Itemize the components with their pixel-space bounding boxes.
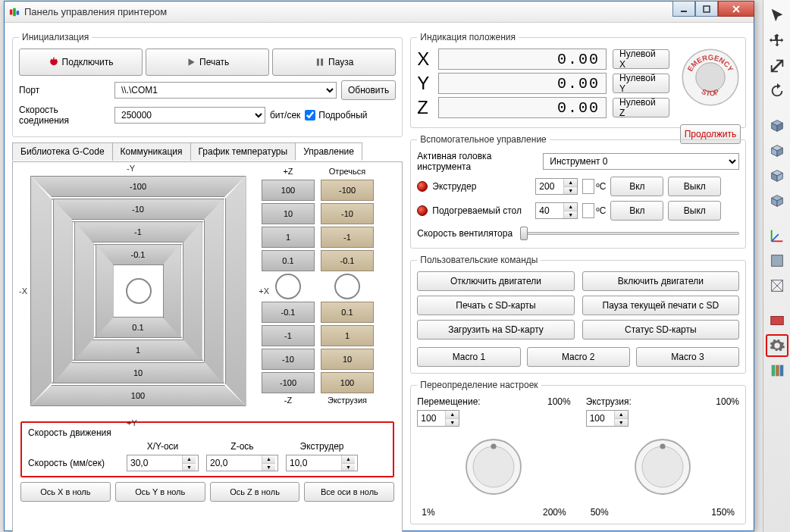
jog-y-minus-1[interactable]: -1 <box>73 221 204 243</box>
jog-e-home[interactable] <box>334 274 360 299</box>
zero-z-button[interactable]: Нулевой Z <box>613 98 669 117</box>
tool-rotate[interactable] <box>766 80 788 102</box>
jog-y-plus-10[interactable]: 10 <box>52 362 225 383</box>
jog-x-minus-1[interactable] <box>74 221 94 361</box>
bed-off[interactable]: Выкл <box>668 201 721 221</box>
port-label: Порт <box>19 85 110 95</box>
jog-z-n01[interactable]: -0.1 <box>262 302 315 323</box>
motors-off-button[interactable]: Отключить двигатели <box>417 271 574 291</box>
tool-cursor[interactable] <box>766 5 788 27</box>
minimize-button[interactable] <box>672 1 695 17</box>
jog-z-10[interactable]: 10 <box>262 203 315 224</box>
override-move-knob[interactable] <box>459 433 528 501</box>
macro-2-button[interactable]: Macro 2 <box>527 347 630 367</box>
jog-z-home[interactable] <box>275 274 301 299</box>
connect-button[interactable]: Подключить <box>19 49 143 76</box>
verbose-check-input[interactable] <box>305 110 315 120</box>
sd-print-button[interactable]: Печать с SD-карты <box>417 296 574 315</box>
maximize-button[interactable] <box>695 1 718 17</box>
home-y-button[interactable]: Ось Y в ноль <box>115 482 205 502</box>
jog-z-n1[interactable]: -1 <box>262 325 315 346</box>
sd-upload-button[interactable]: Загрузить на SD-карту <box>417 320 574 340</box>
tab-communication[interactable]: Коммуникация <box>112 142 191 161</box>
extruder-off[interactable]: Выкл <box>668 177 721 196</box>
pause-button[interactable]: Пауза <box>272 49 396 76</box>
refresh-button[interactable]: Обновить <box>341 80 396 100</box>
motors-on-button[interactable]: Включить двигатели <box>582 271 739 291</box>
jog-e-10[interactable]: 10 <box>321 349 374 370</box>
jog-z-1[interactable]: 1 <box>262 227 315 248</box>
override-move-input[interactable]: ▲▼ <box>417 410 459 427</box>
aux-group: Вспомогательное управление Активная голо… <box>410 134 746 249</box>
baud-select[interactable]: 250000 <box>114 107 265 124</box>
emergency-stop[interactable]: EMERGENCY STOP <box>680 47 741 108</box>
tab-control[interactable]: Управление <box>295 142 362 161</box>
speed-e-input[interactable]: ▲▼ <box>286 455 358 471</box>
jog-e-n100[interactable]: -100 <box>321 180 374 201</box>
jog-e-100[interactable]: 100 <box>321 372 374 393</box>
jog-e-1[interactable]: 1 <box>321 325 374 346</box>
jog-y-minus-10[interactable]: -10 <box>52 199 225 220</box>
bed-temp-input[interactable]: ▲▼ <box>535 202 578 219</box>
jog-e-01[interactable]: 0.1 <box>321 302 374 323</box>
macro-1-button[interactable]: Macro 1 <box>417 347 520 367</box>
close-button[interactable] <box>718 1 754 17</box>
tool-shaded[interactable] <box>766 249 788 272</box>
svg-rect-21 <box>776 365 779 377</box>
jog-z-01[interactable]: 0.1 <box>262 250 315 271</box>
tool-view-side[interactable] <box>766 164 788 187</box>
tool-settings[interactable] <box>766 334 788 357</box>
fan-label: Скорость вентилятора <box>417 228 513 239</box>
jog-y-plus-100[interactable]: 100 <box>30 385 246 406</box>
jog-e-n1[interactable]: -1 <box>321 227 374 248</box>
svg-rect-2 <box>17 11 20 14</box>
jog-x-plus-100[interactable] <box>225 176 246 406</box>
tool-axes[interactable] <box>766 224 788 247</box>
speed-xy-label: X/Y-оси <box>127 441 199 452</box>
svg-point-8 <box>696 63 725 92</box>
tool-view-top[interactable] <box>766 114 788 137</box>
sd-status-button[interactable]: Статус SD-карты <box>582 320 739 340</box>
override-extr-input[interactable]: ▲▼ <box>586 410 629 427</box>
zero-x-button[interactable]: Нулевой X <box>613 49 669 69</box>
tab-gcode-library[interactable]: Библиотека G-Code <box>12 142 113 161</box>
jog-e-n10[interactable]: -10 <box>321 203 374 224</box>
jog-e-n01[interactable]: -0.1 <box>321 250 374 271</box>
tabstrip: Библиотека G-Code Коммуникация График те… <box>12 142 403 161</box>
home-x-button[interactable]: Ось X в ноль <box>20 482 111 502</box>
home-all-button[interactable]: Все оси в ноль <box>304 482 394 502</box>
print-button[interactable]: Печать <box>146 49 269 76</box>
toolhead-select[interactable]: Инструмент 0 <box>543 153 739 170</box>
tool-render[interactable] <box>766 309 788 332</box>
jog-x-plus-10[interactable] <box>204 199 224 383</box>
jog-z-100[interactable]: 100 <box>262 180 315 201</box>
fan-slider[interactable] <box>520 225 739 242</box>
jog-y-minus-100[interactable]: -100 <box>30 176 246 197</box>
tool-scale[interactable] <box>766 55 788 77</box>
jog-x-plus-1[interactable] <box>183 221 202 361</box>
verbose-checkbox[interactable]: Подробный <box>305 110 396 120</box>
jog-x-minus-10[interactable] <box>53 199 73 383</box>
bed-on[interactable]: Вкл <box>610 201 663 221</box>
tool-layers[interactable] <box>766 359 788 382</box>
tab-temperature-graph[interactable]: График температуры <box>190 142 296 161</box>
jog-z-n10[interactable]: -10 <box>262 349 315 370</box>
jog-xy-home[interactable] <box>126 278 152 304</box>
speed-z-input[interactable]: ▲▼ <box>206 455 278 471</box>
tool-wireframe[interactable] <box>766 274 788 297</box>
jog-y-plus-1[interactable]: 1 <box>73 340 204 361</box>
home-z-button[interactable]: Ось Z в ноль <box>210 482 300 502</box>
zero-y-button[interactable]: Нулевой Y <box>613 74 669 93</box>
macro-3-button[interactable]: Macro 3 <box>636 347 739 367</box>
jog-z-n100[interactable]: -100 <box>262 372 315 393</box>
extruder-on[interactable]: Вкл <box>610 177 663 196</box>
tool-view-iso[interactable] <box>766 189 788 212</box>
jog-x-minus-100[interactable] <box>30 176 52 406</box>
override-extr-knob[interactable] <box>629 433 697 501</box>
extruder-temp-input[interactable]: ▲▼ <box>535 178 578 195</box>
tool-view-front[interactable] <box>766 139 788 162</box>
sd-pause-button[interactable]: Пауза текущей печати с SD <box>582 296 739 315</box>
speed-xy-input[interactable]: ▲▼ <box>127 455 199 471</box>
tool-move[interactable] <box>766 30 788 52</box>
port-select[interactable]: \\.\COM1 <box>114 82 337 99</box>
